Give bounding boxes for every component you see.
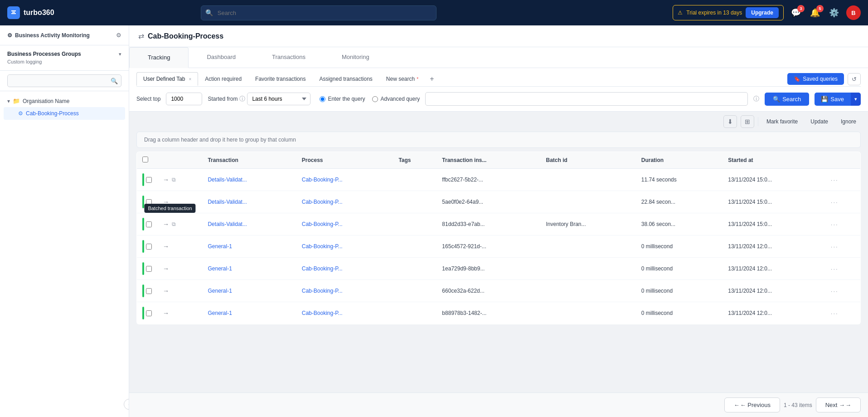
row-process[interactable]: Cab-Booking-P... [296,235,393,258]
tab-transactions[interactable]: Transactions [254,47,324,68]
query-input-field[interactable] [425,92,748,106]
avatar[interactable]: B [846,5,861,20]
settings-button[interactable]: ⚙️ [827,6,841,20]
row-process[interactable]: Cab-Booking-P... [296,169,393,191]
row-navigate-icon[interactable]: → [163,176,169,183]
tab-tracking[interactable]: Tracking [129,47,189,68]
tab-dashboard[interactable]: Dashboard [189,47,254,68]
row-checkbox[interactable] [146,177,152,183]
sidebar-header: ⚙ Business Activity Monitoring ⚙ [0,25,129,45]
sidebar-org-row[interactable]: ▾ 📁 Organisation Name [0,95,129,107]
close-tab-icon[interactable]: × [189,77,192,82]
save-button[interactable]: 💾 Save [815,93,850,106]
th-transaction-ins[interactable]: Transaction ins... [436,152,540,169]
sidebar-item-cab-booking[interactable]: ⚙ Cab-Booking-Process [4,107,125,120]
th-duration[interactable]: Duration [636,152,723,169]
row-transaction[interactable]: Details-Validat... [202,169,296,191]
row-checkbox[interactable] [146,310,152,316]
query-bar: User Defined Tab × Action required Favor… [129,68,868,112]
save-dropdown-button[interactable]: ▾ [850,93,861,106]
table-row: → ⧉ Details-Validat... Cab-Booking-P... … [137,169,861,191]
row-navigate-icon[interactable]: → [163,198,169,206]
row-menu-icon[interactable]: ··· [831,177,839,183]
ignore-button[interactable]: Ignore [836,116,861,127]
row-process[interactable]: Cab-Booking-P... [296,280,393,302]
query-tab-favorite[interactable]: Favorite transactions [248,72,312,86]
global-search: 🔍 [201,5,436,20]
warning-icon: ⚠ [678,10,683,16]
row-navigate-icon[interactable]: → [163,265,169,272]
layout-button[interactable]: ⊞ [741,115,754,128]
row-checkbox[interactable] [146,288,152,294]
app-logo[interactable]: turbo360 [7,6,80,19]
row-menu-icon[interactable]: ··· [831,199,839,206]
query-tab-assigned[interactable]: Assigned transactions [312,72,379,86]
search-input[interactable] [201,5,436,20]
row-menu-icon[interactable]: ··· [831,221,839,228]
row-checkbox[interactable] [146,266,152,272]
th-batch-id[interactable]: Batch id [540,152,635,169]
previous-button[interactable]: ← ← Previous [724,397,780,412]
row-menu-icon[interactable]: ··· [831,288,839,294]
row-transaction[interactable]: General-1 [202,258,296,280]
row-process[interactable]: Cab-Booking-P... [296,302,393,324]
row-transaction[interactable]: Details-Validat... [202,191,296,213]
query-tab-new-search[interactable]: New search * [379,72,425,86]
row-checkbox[interactable] [146,199,152,205]
search-button[interactable]: 🔍 Search [765,93,809,106]
notifications-button[interactable]: 🔔 5 [808,6,822,20]
th-transaction[interactable]: Transaction [202,152,296,169]
row-navigate-icon[interactable]: → [163,221,169,228]
row-tags [393,191,436,213]
row-menu-icon[interactable]: ··· [831,243,839,250]
row-navigate-icon[interactable]: → [163,309,169,317]
row-process[interactable]: Cab-Booking-P... [296,191,393,213]
row-checkbox[interactable] [146,244,152,250]
select-top-input[interactable] [166,93,202,105]
row-status-indicator [142,196,144,208]
copy-icon[interactable]: ⧉ [172,221,176,227]
upgrade-button[interactable]: Upgrade [746,7,779,18]
mark-favorite-button[interactable]: Mark favorite [762,116,802,127]
sidebar-search-input[interactable] [7,74,121,87]
update-button[interactable]: Update [806,116,833,127]
copy-icon[interactable]: ⧉ [172,177,176,183]
row-menu-icon[interactable]: ··· [831,310,839,317]
tab-monitoring[interactable]: Monitoring [324,47,388,68]
row-transaction[interactable]: General-1 [202,302,296,324]
table-row: → ⧉ Details-Validat... Cab-Booking-P... … [137,213,861,235]
th-process[interactable]: Process [296,152,393,169]
th-started-at[interactable]: Started at [723,152,825,169]
row-menu-icon[interactable]: ··· [831,265,839,272]
sidebar-nav: ▾ 📁 Organisation Name ⚙ Cab-Booking-Proc… [0,91,129,417]
row-transaction[interactable]: General-1 [202,235,296,258]
row-status-indicator [142,240,144,253]
query-tab-user-defined[interactable]: User Defined Tab × [136,72,198,86]
query-tab-action-required[interactable]: Action required [198,72,248,86]
row-status-indicator [142,285,144,297]
refresh-button[interactable]: ↺ [848,73,861,85]
sidebar-settings-button[interactable]: ⚙ [116,32,121,39]
th-actions [157,152,202,169]
radio-enter-query[interactable]: Enter the query [320,96,365,102]
row-menu-cell: ··· [825,235,861,258]
messages-button[interactable]: 💬 3 [789,6,803,20]
row-checkbox-cell [137,213,158,235]
row-transaction[interactable]: General-1 [202,280,296,302]
started-from-select[interactable]: Last 6 hours Last 1 hour Last 12 hours L… [247,93,310,105]
row-process[interactable]: Cab-Booking-P... [296,213,393,235]
download-button[interactable]: ⬇ [723,115,737,128]
saved-queries-button[interactable]: 🔖 Saved queries [787,73,844,85]
th-tags[interactable]: Tags [393,152,436,169]
row-process[interactable]: Cab-Booking-P... [296,258,393,280]
toolbar-divider [758,117,758,126]
row-navigate-icon[interactable]: → [163,287,169,294]
next-button[interactable]: Next → → [816,397,861,412]
add-query-tab-button[interactable]: + [425,72,438,86]
sidebar-bam-title: ⚙ Business Activity Monitoring [7,32,90,39]
row-checkbox[interactable] [146,221,152,227]
select-all-checkbox[interactable] [142,157,148,162]
row-transaction[interactable]: Details-Validat... [202,213,296,235]
radio-advanced-query[interactable]: Advanced query [372,96,420,102]
row-navigate-icon[interactable]: → [163,243,169,250]
